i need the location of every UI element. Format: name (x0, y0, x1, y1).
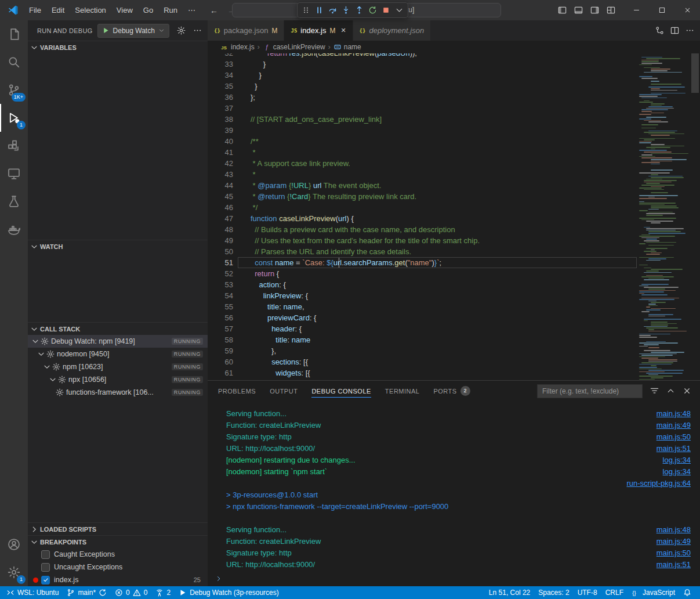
status-item-problems[interactable]: 00 (111, 586, 151, 599)
panel-tab-output[interactable]: OUTPUT (270, 381, 298, 401)
code-line[interactable]: const name = `Case: ${url.searchParams.g… (238, 257, 637, 268)
code-line[interactable]: function caseLinkPreview(url) { (238, 213, 637, 224)
go-back-icon[interactable]: ← (210, 6, 218, 15)
activity-bar-item-explorer[interactable] (0, 20, 28, 48)
code-editor[interactable]: return res.json(caseLinkPreview(parsedUr… (238, 53, 637, 380)
activity-bar-item-settings[interactable]: 1 (0, 558, 28, 586)
breakpoint-checkbox[interactable] (41, 563, 50, 572)
status-item-language-mode[interactable]: {}JavaScript (628, 586, 679, 599)
code-line[interactable]: // Builds a preview card with the case n… (238, 224, 637, 235)
layout-sidebar-right-icon[interactable] (590, 6, 599, 15)
status-item-indentation[interactable]: Spaces: 2 (534, 586, 573, 599)
code-line[interactable]: * (238, 147, 637, 158)
code-line[interactable]: * @param {!URL} url The event object. (238, 180, 637, 191)
debug-settings-gear-icon[interactable] (177, 26, 186, 35)
code-line[interactable] (238, 103, 637, 114)
step-over-icon[interactable] (326, 3, 339, 17)
editor-gutter[interactable]: 3233343536373839404142434445464748495051… (208, 53, 238, 380)
activity-bar-item-accounts[interactable] (0, 531, 28, 558)
tab-package.json[interactable]: {}package.jsonM (208, 20, 284, 41)
menu-item-go[interactable]: Go (138, 0, 158, 20)
menu-item-view[interactable]: View (111, 0, 138, 20)
code-line[interactable]: * (238, 169, 637, 180)
call-stack-session[interactable]: npx [10656]RUNNING (28, 373, 208, 386)
layout-sidebar-left-icon[interactable] (558, 6, 567, 15)
breadcrumb-item-caseLinkPreview[interactable]: ƒcaseLinkPreview (263, 43, 325, 51)
console-source-link[interactable]: log.js:34 (663, 456, 691, 464)
code-line[interactable]: linkPreview: { (238, 290, 637, 301)
menu-item-edit[interactable]: Edit (46, 0, 70, 20)
status-item-forwarded-ports[interactable]: 2 (151, 586, 175, 599)
gripper-icon[interactable] (299, 3, 313, 17)
close-panel-icon[interactable] (683, 387, 691, 395)
launch-config-picker[interactable]: Debug Watch (97, 24, 169, 38)
code-line[interactable]: return { (238, 268, 637, 279)
code-line[interactable]: action: { (238, 279, 637, 290)
console-source-link[interactable]: main.js:48 (657, 525, 691, 534)
minimap[interactable] (637, 53, 690, 380)
console-source-link[interactable]: main.js:50 (657, 432, 691, 441)
breakpoint-item[interactable]: index.js25 (28, 573, 208, 586)
maximize-panel-icon[interactable] (666, 387, 675, 395)
menu-item-selection[interactable]: Selection (70, 0, 111, 20)
debug-console-output[interactable]: Serving function...main.js:48Function: c… (208, 401, 700, 586)
status-item-notifications[interactable] (679, 586, 695, 599)
console-input[interactable] (226, 573, 691, 584)
code-line[interactable]: return res.json(caseLinkPreview(parsedUr… (238, 53, 637, 59)
split-editor-icon[interactable] (670, 26, 679, 35)
section-header-breakpoints[interactable]: BREAKPOINTS (28, 535, 208, 548)
console-source-link[interactable]: main.js:49 (657, 537, 691, 546)
code-line[interactable]: } (238, 81, 637, 92)
console-source-link[interactable]: main.js:51 (657, 444, 691, 453)
code-line[interactable]: title: name (238, 334, 637, 345)
window-maximize-button[interactable] (649, 0, 674, 20)
console-source-link[interactable]: log.js:34 (663, 467, 691, 476)
code-line[interactable]: // [START add_ons_case_preview_link] (238, 114, 637, 125)
call-stack-session[interactable]: nodemon [9450]RUNNING (28, 348, 208, 360)
section-header-call-stack[interactable]: CALL STACK (28, 322, 208, 335)
section-header-loaded-scripts[interactable]: LOADED SCRIPTS (28, 522, 208, 535)
activity-bar-item-search[interactable] (0, 48, 28, 76)
code-line[interactable] (238, 125, 637, 136)
status-item-remote-indicator[interactable]: WSL: Ubuntu (2, 586, 63, 599)
code-line[interactable]: } (238, 59, 637, 70)
activity-bar-item-remote-explorer[interactable] (0, 160, 28, 187)
breakpoint-checkbox[interactable] (41, 576, 50, 584)
status-item-debug-status[interactable]: Debug Watch (3p-resources) (175, 586, 283, 599)
code-line[interactable]: * A support case link preview. (238, 158, 637, 169)
panel-tab-problems[interactable]: PROBLEMS (218, 381, 256, 401)
console-source-link[interactable]: main.js:49 (657, 421, 691, 430)
panel-tab-debug-console[interactable]: DEBUG CONSOLE (311, 381, 371, 401)
section-header-watch[interactable]: WATCH (28, 240, 208, 252)
stop-icon[interactable] (379, 3, 393, 17)
code-line[interactable]: header: { (238, 323, 637, 334)
status-item-encoding[interactable]: UTF-8 (574, 586, 601, 599)
compare-changes-icon[interactable] (655, 26, 664, 35)
menu-item-run[interactable]: Run (158, 0, 183, 20)
code-line[interactable]: } (238, 70, 637, 81)
status-item-eol[interactable]: CRLF (601, 586, 628, 599)
activity-bar-item-run-and-debug[interactable]: 1 (0, 104, 28, 132)
code-line[interactable]: // Uses the text from the card’s header … (238, 235, 637, 246)
code-line[interactable]: previewCard: { (238, 312, 637, 323)
section-header-variables[interactable]: VARIABLES (28, 41, 208, 53)
breadcrumb-item-index.js[interactable]: JSindex.js (220, 43, 255, 51)
scrollbar-slider[interactable] (691, 53, 699, 93)
restart-icon[interactable] (366, 3, 379, 17)
tab-deployment.json[interactable]: {}deployment.json (353, 20, 431, 41)
activity-bar-item-testing[interactable] (0, 187, 28, 215)
panel-tab-terminal[interactable]: TERMINAL (385, 381, 420, 401)
menu-overflow-icon[interactable]: ⋯ (183, 0, 201, 20)
call-stack-session[interactable]: Debug Watch: npm [9419]RUNNING (28, 335, 208, 348)
breakpoint-item[interactable]: Uncaught Exceptions (28, 561, 208, 573)
code-line[interactable]: title: name, (238, 301, 637, 312)
code-line[interactable]: }; (238, 92, 637, 103)
breakpoint-item[interactable]: Caught Exceptions (28, 548, 208, 561)
panel-tab-ports[interactable]: PORTS2 (433, 381, 470, 401)
call-stack-session[interactable]: npm [10623]RUNNING (28, 360, 208, 373)
pause-icon[interactable] (313, 3, 326, 17)
console-source-link[interactable]: run-script-pkg.js:64 (626, 479, 691, 488)
layout-panel-icon[interactable] (574, 6, 583, 15)
step-out-icon[interactable] (353, 3, 366, 17)
console-filter-input[interactable] (537, 384, 643, 398)
